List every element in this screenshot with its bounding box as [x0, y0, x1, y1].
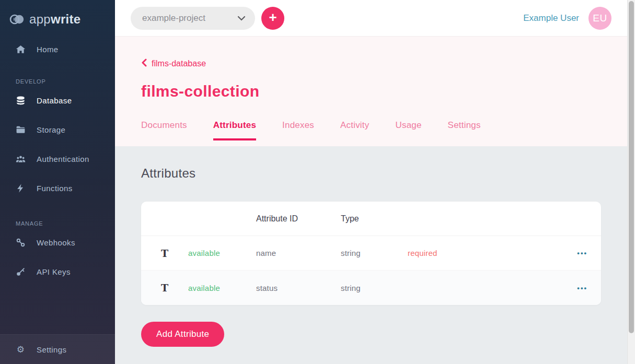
- user-name-link[interactable]: Example User: [523, 13, 579, 24]
- plus-icon: +: [269, 10, 276, 24]
- content-heading: Attributes: [141, 166, 635, 181]
- column-header-attribute-id: Attribute ID: [256, 214, 341, 224]
- tab-usage[interactable]: Usage: [395, 120, 421, 140]
- string-type-icon: T: [161, 248, 168, 259]
- breadcrumb-label: films-database: [152, 59, 206, 68]
- table-header-row: Attribute ID Type: [141, 202, 601, 236]
- appwrite-logo-text: appwrite: [29, 12, 80, 27]
- sidebar-item-label: Home: [37, 45, 59, 54]
- avatar-initials: EU: [593, 13, 607, 24]
- chevron-down-icon: [237, 13, 246, 24]
- add-project-button[interactable]: +: [261, 7, 284, 30]
- required-badge: required: [408, 249, 554, 257]
- tab-attributes[interactable]: Attributes: [213, 120, 256, 140]
- attribute-id-cell: status: [256, 284, 341, 292]
- ellipsis-icon: •••: [577, 249, 587, 257]
- sidebar-item-authentication[interactable]: Authentication: [0, 144, 115, 173]
- topbar-right: Example User EU: [523, 7, 611, 30]
- tab-documents[interactable]: Documents: [141, 120, 187, 140]
- sidebar-item-api-keys[interactable]: API Keys: [0, 257, 115, 286]
- tab-bar: Documents Attributes Indexes Activity Us…: [141, 120, 635, 140]
- lightning-icon: [16, 183, 26, 193]
- status-badge: available: [188, 249, 256, 257]
- sidebar-nav: Home DEVELOP Database Storage: [0, 34, 115, 286]
- folder-icon: [16, 125, 26, 135]
- chevron-left-icon: [141, 58, 147, 69]
- sidebar-item-label: Webhooks: [37, 238, 75, 247]
- database-icon: [16, 96, 26, 105]
- sidebar-item-webhooks[interactable]: Webhooks: [0, 228, 115, 257]
- link-icon: [16, 238, 26, 248]
- column-header-type: Type: [341, 214, 408, 224]
- tab-settings[interactable]: Settings: [448, 120, 481, 140]
- sidebar-section-develop: DEVELOP: [16, 78, 115, 85]
- tab-indexes[interactable]: Indexes: [282, 120, 314, 140]
- attributes-table: Attribute ID Type T available name strin…: [141, 202, 601, 305]
- row-actions-menu[interactable]: •••: [577, 284, 601, 292]
- users-icon: [16, 154, 26, 164]
- attribute-id-cell: name: [256, 249, 341, 257]
- table-row: T available status string •••: [141, 271, 601, 305]
- sidebar-footer: ⚙ Settings: [0, 334, 115, 364]
- main-area: example-project + Example User EU films-…: [115, 0, 635, 364]
- sidebar-item-label: Authentication: [37, 155, 89, 163]
- sidebar-item-label: Storage: [37, 125, 65, 134]
- page-title: films-collection: [141, 83, 635, 100]
- sidebar-item-label: Functions: [37, 184, 73, 193]
- sidebar-item-label: Database: [37, 96, 72, 105]
- type-cell: string: [341, 249, 408, 257]
- breadcrumb[interactable]: films-database: [141, 58, 206, 69]
- type-cell: string: [341, 284, 408, 292]
- gear-icon: ⚙: [16, 345, 26, 355]
- add-attribute-button[interactable]: Add Attribute: [141, 322, 224, 347]
- table-row: T available name string required •••: [141, 236, 601, 271]
- sidebar-item-settings[interactable]: ⚙ Settings: [0, 335, 115, 364]
- project-select-value: example-project: [142, 13, 205, 24]
- key-icon: [16, 267, 26, 277]
- home-icon: [16, 44, 26, 54]
- scrollbar-thumb[interactable]: [629, 1, 634, 333]
- ellipsis-icon: •••: [577, 284, 587, 292]
- page-header: films-database films-collection Document…: [115, 37, 635, 146]
- sidebar-item-storage[interactable]: Storage: [0, 115, 115, 144]
- content-area: Attributes Attribute ID Type T available…: [115, 146, 635, 364]
- topbar: example-project + Example User EU: [115, 0, 635, 37]
- appwrite-logo-icon: [9, 13, 25, 26]
- string-type-icon: T: [161, 282, 168, 293]
- sidebar-item-database[interactable]: Database: [0, 86, 115, 115]
- sidebar-item-home[interactable]: Home: [0, 34, 115, 64]
- sidebar: appwrite Home DEVELOP Database: [0, 0, 115, 364]
- sidebar-item-functions[interactable]: Functions: [0, 173, 115, 203]
- app-window: appwrite Home DEVELOP Database: [0, 0, 635, 364]
- status-badge: available: [188, 284, 256, 292]
- project-select[interactable]: example-project: [131, 7, 255, 30]
- sidebar-section-manage: MANAGE: [16, 220, 115, 227]
- avatar[interactable]: EU: [588, 7, 611, 30]
- vertical-scrollbar[interactable]: [627, 0, 635, 364]
- sidebar-item-label: API Keys: [37, 267, 71, 276]
- sidebar-item-label: Settings: [37, 345, 66, 354]
- tab-activity[interactable]: Activity: [340, 120, 369, 140]
- row-actions-menu[interactable]: •••: [577, 249, 601, 257]
- appwrite-logo: appwrite: [0, 0, 115, 28]
